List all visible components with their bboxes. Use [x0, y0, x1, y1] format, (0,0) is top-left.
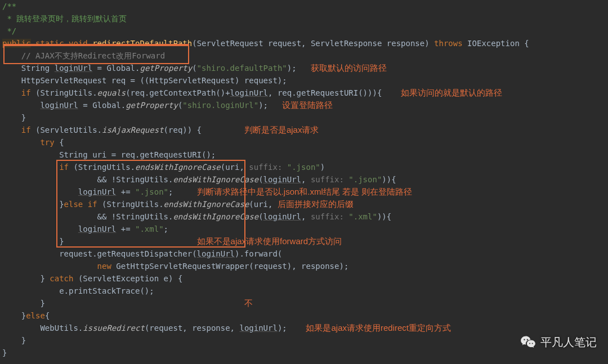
t: && !StringUtils. — [2, 212, 173, 221]
t: )){ — [382, 175, 396, 184]
var-loginUrl: loginUrl — [239, 323, 277, 332]
t: (StringUtils. — [97, 200, 164, 209]
t — [2, 88, 21, 97]
t: request.getRequestDispatcher( — [2, 249, 197, 258]
brace: } — [2, 237, 64, 246]
t: (StringUtils. — [31, 88, 97, 97]
t — [2, 125, 21, 134]
kw-else-if: else if — [64, 200, 97, 209]
t: += — [116, 224, 135, 233]
m-endswith: endsWithIgnoreCase — [135, 163, 221, 172]
kw-public: public — [2, 39, 31, 48]
t: += — [116, 187, 135, 196]
t: } — [2, 274, 50, 283]
var-loginUrl: loginUrl — [263, 212, 301, 221]
var-loginUrl: loginUrl — [78, 224, 116, 233]
m-getProperty: getProperty — [126, 101, 178, 110]
t: ; — [164, 224, 168, 233]
brace: } — [2, 348, 7, 357]
hint-suffix: suffix: — [311, 212, 348, 221]
ann-judge-ajax: 判断是否是ajax请求 — [244, 125, 319, 134]
t: { — [55, 138, 64, 147]
m-issueRedirect: issueRedirect — [83, 323, 145, 332]
wechat-icon — [520, 334, 536, 350]
method-name: redirectToDefaultPath — [92, 39, 192, 48]
m-getProperty: getProperty — [140, 64, 192, 73]
watermark-text: 平凡人笔记 — [540, 335, 597, 350]
hint-suffix: suffix: — [311, 175, 348, 184]
ann-redirect: 如果是ajax请求使用redirect重定向方式 — [306, 323, 451, 332]
t: (uri, — [249, 200, 278, 209]
m-endswith: endsWithIgnoreCase — [164, 200, 249, 209]
m-isAjax: isAjaxRequest — [102, 125, 164, 134]
kw-static: static — [35, 39, 64, 48]
t: (StringUtils. — [69, 163, 135, 172]
t: ( — [258, 175, 263, 184]
str-json: ".json" — [135, 187, 168, 196]
str-xml: ".xml" — [348, 212, 377, 221]
javadoc-open: /** — [2, 2, 16, 11]
code-editor[interactable]: /** * 跳转登录页时，跳转到默认首页 */ public static vo… — [0, 0, 608, 359]
kw-if: if — [21, 125, 31, 134]
t — [2, 138, 40, 147]
var-loginUrl: loginUrl — [197, 249, 235, 258]
ann-not-ajax-fwd: 如果不是ajax请求使用forward方式访问 — [197, 236, 342, 246]
t: ); — [258, 101, 268, 110]
ann-suffix-2: 后面拼接对应的后缀 — [278, 199, 354, 209]
t: (ServletException e) { — [73, 274, 182, 283]
t: GetHttpServletRequestWrapper(request), r… — [111, 262, 348, 271]
m-endswith: endsWithIgnoreCase — [173, 212, 258, 221]
t — [2, 262, 97, 271]
kw-else: else — [26, 311, 45, 320]
ann-default-path: 获取默认的访问路径 — [311, 63, 387, 73]
watermark: 平凡人笔记 — [520, 334, 597, 350]
var-loginUrl: loginUrl — [78, 187, 116, 196]
str-json: ".json" — [348, 175, 382, 184]
t: ) — [320, 163, 325, 172]
t — [2, 163, 59, 172]
kw-throws: throws — [434, 39, 463, 48]
var-loginUrl: loginUrl — [263, 175, 301, 184]
t: ; — [168, 187, 173, 196]
str-json: ".json" — [287, 163, 320, 172]
t: = Global. — [78, 101, 126, 110]
t: ).forward( — [235, 249, 282, 258]
t: } — [2, 200, 64, 209]
t: { — [45, 311, 50, 320]
ann-if-default: 如果访问的就是默认的路径 — [401, 88, 502, 97]
t: String — [2, 64, 55, 73]
t: (req.getContextPath()+ — [126, 88, 230, 97]
t: (uri, — [221, 163, 249, 172]
t: (req)) { — [164, 125, 202, 134]
t — [2, 187, 78, 196]
t: && !StringUtils. — [2, 175, 173, 184]
m-endswith: endsWithIgnoreCase — [173, 175, 258, 184]
str-loginUrl: "shiro.loginUrl" — [182, 101, 258, 110]
javadoc-line: * 跳转登录页时，跳转到默认首页 — [2, 14, 127, 23]
t: = Global. — [92, 64, 140, 73]
method-params: (ServletRequest request, ServletResponse… — [192, 39, 429, 48]
ann-set-login: 设置登陆路径 — [282, 100, 333, 110]
t: } — [2, 311, 26, 320]
kw-try: try — [40, 138, 54, 147]
kw-catch: catch — [50, 274, 73, 283]
t: (ServletUtils. — [31, 125, 102, 134]
t: ( — [258, 212, 263, 221]
print-stack: e.printStackTrace(); — [2, 286, 154, 295]
t: ); — [287, 64, 297, 73]
kw-if: if — [21, 88, 31, 97]
comment-ajax: // AJAX不支持Redirect改用Forward — [2, 51, 165, 60]
str-xml: ".xml" — [135, 224, 164, 233]
brace: } — [2, 336, 26, 345]
hint-suffix: suffix: — [249, 163, 287, 172]
throws-type: IOException { — [467, 39, 529, 48]
t: )){ — [377, 212, 391, 221]
t: (request, response, — [145, 323, 240, 332]
t: , req.getRequestURI())){ — [268, 88, 382, 97]
str-defaultPath: "shiro.defaultPath" — [197, 64, 287, 73]
t: WebUtils. — [2, 323, 83, 332]
t: , — [301, 175, 311, 184]
javadoc-close: */ — [2, 26, 16, 35]
t — [2, 224, 78, 233]
t: ); — [278, 323, 287, 332]
